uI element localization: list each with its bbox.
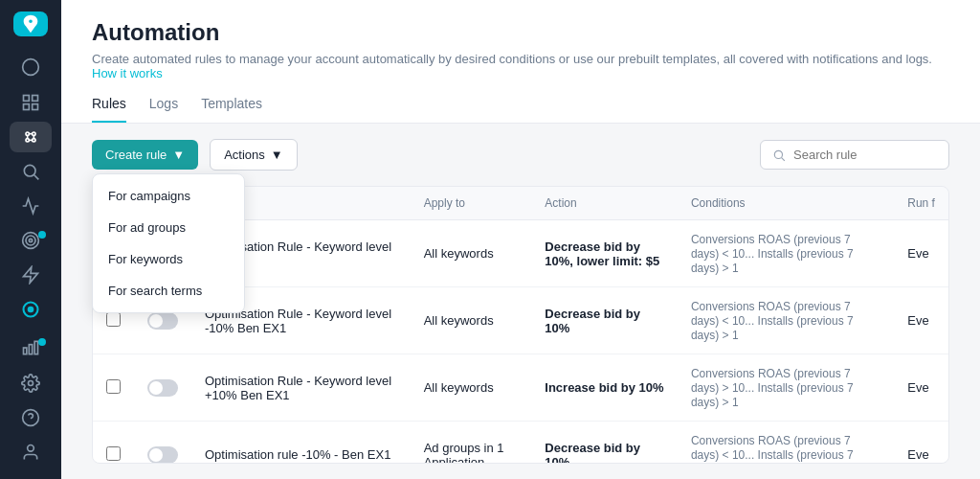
svg-point-13 [24, 165, 35, 176]
sidebar-item-grid[interactable] [10, 86, 52, 117]
row-checkbox-cell [93, 422, 134, 465]
sidebar-item-active-circle[interactable] [10, 294, 52, 325]
svg-line-29 [782, 157, 785, 160]
sidebar-item-home[interactable] [10, 52, 52, 82]
search-icon [772, 148, 786, 162]
row-run: Eve [894, 422, 948, 465]
row-run: Eve [894, 354, 948, 422]
sidebar-item-settings[interactable] [10, 368, 52, 399]
logo[interactable] [13, 11, 48, 36]
row-checkbox-cell [93, 354, 134, 422]
svg-rect-23 [34, 342, 37, 354]
sidebar [0, 0, 61, 479]
page-subtitle: Create automated rules to manage your ac… [92, 52, 949, 80]
row-checkbox[interactable] [106, 446, 121, 461]
sidebar-item-search[interactable] [10, 156, 52, 187]
sidebar-item-lightning[interactable] [10, 260, 52, 290]
sidebar-item-help[interactable] [10, 402, 52, 433]
row-toggle-cell [134, 422, 191, 465]
svg-point-6 [33, 132, 35, 135]
create-rule-dropdown: For campaigns For ad groups For keywords… [92, 173, 245, 313]
row-action: Decrease bid by 10% [531, 287, 678, 354]
row-toggle-cell [134, 354, 191, 422]
row-run: Eve [894, 287, 948, 354]
search-input[interactable] [793, 148, 937, 162]
col-apply-to: Apply to [411, 187, 532, 220]
row-checkbox[interactable] [106, 379, 121, 394]
svg-point-24 [29, 380, 33, 385]
main-tabs: Rules Logs Templates [92, 96, 949, 123]
how-it-works-link[interactable]: How it works [92, 66, 163, 80]
notification-dot [38, 231, 46, 239]
svg-point-7 [26, 138, 29, 141]
row-apply-to: All keywords [411, 354, 532, 422]
svg-rect-2 [33, 95, 38, 101]
row-apply-to: All keywords [411, 287, 532, 354]
svg-point-28 [774, 150, 782, 158]
chevron-down-icon: ▼ [172, 148, 185, 162]
create-rule-button[interactable]: Create rule ▼ [92, 140, 198, 170]
row-action: Increase bid by 10% [531, 354, 678, 422]
row-apply-to: All keywords [411, 220, 532, 287]
row-conditions: Conversions ROAS (previous 7 days) < 10.… [678, 422, 894, 465]
sidebar-item-automation[interactable] [10, 122, 52, 152]
page-header: Automation Create automated rules to man… [61, 0, 980, 124]
dropdown-for-campaigns[interactable]: For campaigns [93, 180, 244, 212]
svg-point-20 [28, 307, 34, 313]
row-run: Eve [894, 220, 948, 287]
svg-point-8 [33, 138, 35, 141]
sidebar-item-user[interactable] [10, 437, 52, 468]
svg-rect-21 [24, 348, 27, 354]
dropdown-for-keywords[interactable]: For keywords [93, 243, 244, 275]
svg-point-0 [23, 59, 39, 76]
row-conditions: Conversions ROAS (previous 7 days) < 10.… [678, 220, 894, 287]
col-conditions: Conditions [678, 187, 894, 220]
dropdown-for-ad-groups[interactable]: For ad groups [93, 212, 244, 243]
row-action: Decrease bid by 10%, lower limit: $5 [531, 220, 678, 287]
svg-rect-4 [33, 103, 38, 109]
barchart-dot [38, 338, 46, 346]
svg-point-5 [26, 132, 29, 135]
dropdown-for-search-terms[interactable]: For search terms [93, 275, 244, 307]
sidebar-item-barchart[interactable] [10, 332, 52, 363]
row-name: Optimisation Rule - Keyword level +10% B… [191, 354, 411, 422]
row-checkbox[interactable] [106, 312, 121, 327]
svg-rect-3 [24, 103, 30, 109]
row-action: Decrease bid by 10% [531, 422, 678, 465]
table-row: Optimisation Rule - Keyword level +10% B… [93, 354, 948, 422]
tab-templates[interactable]: Templates [201, 96, 262, 123]
tab-rules[interactable]: Rules [92, 96, 126, 123]
row-conditions: Conversions ROAS (previous 7 days) < 10.… [678, 287, 894, 354]
svg-line-14 [34, 175, 39, 180]
tab-logs[interactable]: Logs [149, 96, 178, 123]
col-action: Action [531, 187, 678, 220]
sidebar-item-target[interactable] [10, 225, 52, 256]
sidebar-item-analytics[interactable] [10, 191, 52, 221]
toolbar: Create rule ▼ Actions ▼ For campaigns Fo… [61, 124, 980, 186]
page-title: Automation [92, 19, 949, 46]
svg-rect-22 [29, 345, 32, 354]
chevron-down-icon-actions: ▼ [271, 148, 283, 162]
svg-point-27 [28, 445, 34, 451]
row-name: Optimisation rule -10% - Ben EX1 [191, 422, 411, 465]
col-run: Run f [894, 187, 948, 220]
row-toggle[interactable] [147, 379, 178, 397]
svg-marker-18 [24, 267, 38, 284]
row-conditions: Conversions ROAS (previous 7 days) > 10.… [678, 354, 894, 422]
actions-button[interactable]: Actions ▼ [210, 139, 298, 171]
svg-point-17 [29, 239, 32, 241]
row-apply-to: Ad groups in 1 Application [411, 422, 532, 465]
svg-point-16 [26, 236, 35, 245]
table-row: Optimisation rule -10% - Ben EX1 Ad grou… [93, 422, 948, 465]
search-box[interactable] [760, 140, 949, 170]
svg-rect-1 [24, 95, 30, 101]
main-content: Automation Create automated rules to man… [61, 0, 980, 479]
row-toggle[interactable] [147, 312, 178, 330]
row-toggle[interactable] [147, 446, 178, 464]
